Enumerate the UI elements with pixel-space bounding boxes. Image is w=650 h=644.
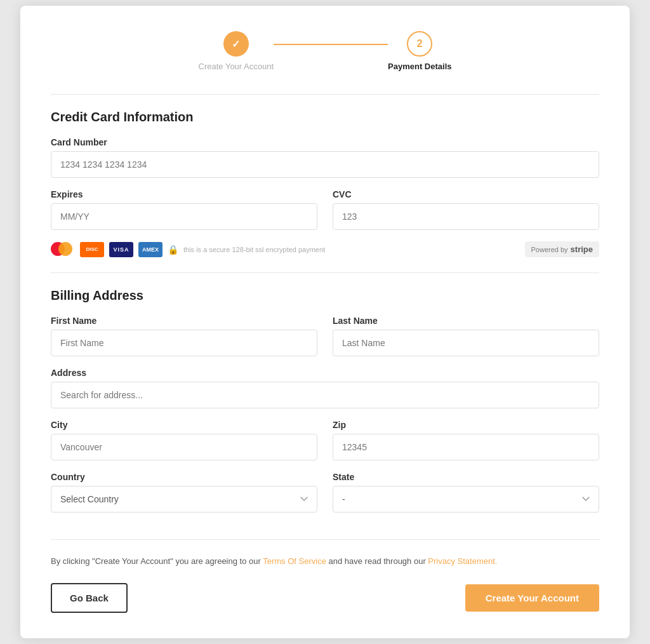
cvc-label: CVC (333, 189, 599, 199)
expires-group: Expires (51, 189, 317, 230)
terms-middle: and have read through our (326, 556, 428, 566)
country-label: Country (51, 472, 317, 482)
stripe-badge: Powered by stripe (525, 241, 600, 257)
step-1: ✓ Create Your Account (199, 31, 274, 71)
state-label: State (333, 472, 599, 482)
address-group: Address (51, 368, 599, 408)
first-name-label: First Name (51, 316, 317, 326)
last-name-group: Last Name (333, 316, 599, 356)
divider-bottom (51, 539, 599, 540)
footer-buttons: Go Back Create Your Account (51, 583, 599, 613)
expires-input[interactable] (51, 203, 317, 230)
card-number-input[interactable] (51, 151, 599, 178)
address-label: Address (51, 368, 599, 378)
billing-title: Billing Address (51, 288, 599, 303)
cvc-group: CVC (333, 189, 599, 230)
stepper: ✓ Create Your Account 2 Payment Details (51, 31, 599, 71)
country-state-row: Country Select Country United States Can… (51, 472, 599, 524)
stripe-prefix: Powered by (531, 246, 568, 253)
privacy-statement-link[interactable]: Privacy Statement. (428, 556, 497, 566)
name-row: First Name Last Name (51, 316, 599, 368)
security-text: this is a secure 128-bit ssl encrypted p… (183, 246, 325, 253)
security-left: DISC VISA AMEX 🔒 this is a secure 128-bi… (51, 242, 325, 257)
visa-icon: VISA (109, 242, 133, 257)
divider-middle (51, 272, 599, 273)
card-number-group: Card Number (51, 137, 599, 178)
city-input[interactable] (51, 434, 317, 460)
zip-label: Zip (333, 420, 599, 430)
state-select[interactable]: - AL AK CA NY TX WA (333, 486, 599, 513)
city-label: City (51, 420, 317, 430)
discover-icon: DISC (80, 242, 104, 257)
city-group: City (51, 420, 317, 460)
expires-label: Expires (51, 189, 317, 199)
address-input[interactable] (51, 382, 599, 408)
step-connector (274, 44, 388, 45)
step-1-label: Create Your Account (199, 62, 274, 71)
credit-card-title: Credit Card Information (51, 110, 599, 124)
cvc-input[interactable] (333, 203, 599, 230)
card-number-label: Card Number (51, 137, 599, 147)
security-row: DISC VISA AMEX 🔒 this is a secure 128-bi… (51, 241, 599, 257)
zip-input[interactable] (333, 434, 599, 460)
create-account-button[interactable]: Create Your Account (465, 584, 599, 612)
expires-cvc-row: Expires CVC (51, 189, 599, 241)
step-2: 2 Payment Details (388, 31, 451, 71)
terms-text: By clicking "Create Your Account" you ar… (51, 555, 599, 568)
go-back-button[interactable]: Go Back (51, 583, 128, 613)
country-select[interactable]: Select Country United States Canada Unit… (51, 486, 317, 513)
country-group: Country Select Country United States Can… (51, 472, 317, 513)
step-2-label: Payment Details (388, 62, 451, 71)
last-name-input[interactable] (333, 330, 599, 356)
terms-prefix: By clicking "Create Your Account" you ar… (51, 556, 263, 566)
last-name-label: Last Name (333, 316, 599, 326)
city-zip-row: City Zip (51, 420, 599, 472)
first-name-input[interactable] (51, 330, 317, 356)
terms-of-service-link[interactable]: Terms Of Service (263, 556, 326, 566)
step-2-circle: 2 (407, 31, 432, 57)
first-name-group: First Name (51, 316, 317, 356)
step-1-circle: ✓ (223, 31, 249, 57)
divider-top (51, 94, 599, 95)
lock-icon: 🔒 (168, 245, 178, 255)
amex-icon: AMEX (138, 242, 162, 257)
state-group: State - AL AK CA NY TX WA (333, 472, 599, 513)
mastercard-icon (51, 242, 75, 257)
zip-group: Zip (333, 420, 599, 460)
stripe-name: stripe (571, 245, 593, 254)
main-card: ✓ Create Your Account 2 Payment Details … (20, 6, 630, 638)
